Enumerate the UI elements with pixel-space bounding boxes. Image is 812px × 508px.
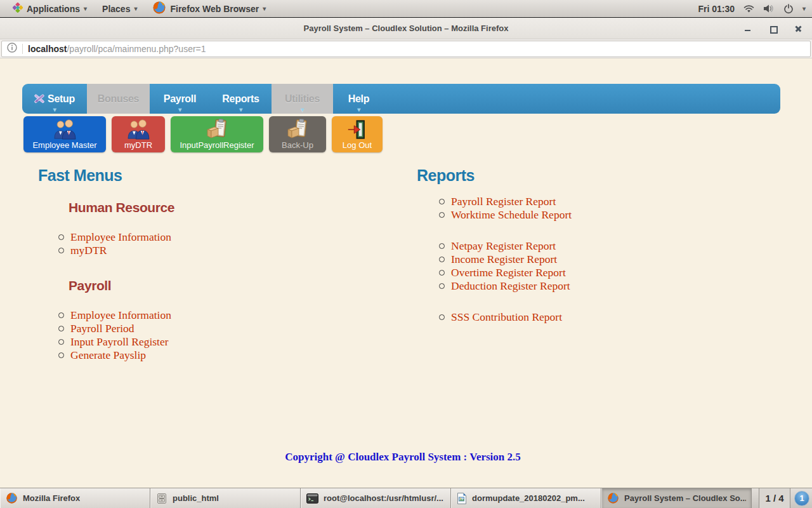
- tools-icon: [34, 94, 44, 104]
- wifi-icon[interactable]: [743, 4, 754, 13]
- minimize-button[interactable]: [743, 24, 752, 33]
- report-link[interactable]: Deduction Register Report: [439, 279, 709, 292]
- tab-label: Utilities: [285, 93, 320, 105]
- url-text[interactable]: localhost/payroll/pca/mainmenu.php?user=…: [28, 44, 206, 54]
- panel-left: Applications ▾ Places ▾ Firefox Web Brow…: [6, 0, 272, 17]
- menu-link[interactable]: Payroll Period: [58, 322, 304, 335]
- workspace-pager[interactable]: 1 / 4: [759, 488, 790, 508]
- tab-label: Help: [348, 93, 369, 105]
- chevron-down-icon: ▾: [301, 107, 304, 113]
- report-link[interactable]: Income Register Report: [439, 253, 709, 265]
- chevron-down-icon: ▾: [178, 107, 181, 113]
- document-icon: [457, 493, 467, 504]
- fast-menus-section-human-resource: Human ResourceEmployee InformationmyDTR: [69, 200, 304, 257]
- back-up-button: Back-Up: [269, 116, 326, 152]
- task-button-label: root@localhost:/usr/htmlusr/...: [324, 493, 443, 503]
- tab-label: Payroll: [164, 93, 196, 105]
- places-menu[interactable]: Places ▾: [96, 0, 143, 17]
- top-panel: Applications ▾ Places ▾ Firefox Web Brow…: [0, 0, 812, 18]
- notification-badge[interactable]: 1: [794, 491, 809, 506]
- task-button-label: public_html: [173, 493, 219, 503]
- task-button-label: Mozilla Firefox: [23, 493, 80, 503]
- menu-link[interactable]: Employee Information: [58, 309, 304, 321]
- report-link[interactable]: Worktime Schedule Report: [439, 208, 709, 221]
- link-list: Employee InformationPayroll PeriodInput …: [58, 309, 304, 361]
- power-icon[interactable]: [783, 4, 794, 14]
- firefox-icon: [607, 492, 619, 504]
- tab-label: Bonuses: [98, 93, 139, 105]
- chevron-down-icon: ▾: [84, 5, 87, 12]
- people-icon: [53, 118, 77, 140]
- url-path: /payroll/pca/mainmenu.php?user=1: [67, 44, 206, 54]
- chevron-down-icon: ▾: [239, 107, 242, 113]
- close-button[interactable]: [794, 24, 803, 33]
- chevron-down-icon: ▾: [134, 5, 137, 12]
- applications-menu[interactable]: Applications ▾: [6, 0, 93, 17]
- url-host: localhost: [28, 44, 67, 54]
- chevron-down-icon: ▾: [263, 5, 266, 12]
- reports-column: Reports Payroll Register ReportWorktime …: [417, 166, 709, 342]
- quick-buttons: Employee MastermyDTRInputPayrollRegister…: [23, 116, 383, 152]
- panel-right: Fri 01:30: [698, 4, 806, 14]
- distro-logo-icon: [13, 3, 23, 15]
- reports-title: Reports: [417, 166, 709, 185]
- menu-link[interactable]: myDTR: [58, 244, 304, 257]
- firefox-icon: [6, 492, 18, 504]
- employee-master-button[interactable]: Employee Master: [23, 116, 106, 152]
- report-link-group: SSS Contribution Report: [439, 311, 709, 323]
- section-title: Payroll: [69, 278, 304, 293]
- tab-reports[interactable]: Reports▾: [210, 84, 272, 114]
- report-link-group: Payroll Register ReportWorktime Schedule…: [439, 195, 709, 221]
- chevron-down-icon[interactable]: ▾: [802, 5, 806, 12]
- window-controls: [743, 18, 803, 39]
- desktop: Applications ▾ Places ▾ Firefox Web Brow…: [0, 0, 812, 508]
- page-content: Setup▾BonusesPayroll▾Reports▾Utilities▾H…: [0, 58, 812, 488]
- firefox-appmenu[interactable]: Firefox Web Browser ▾: [146, 0, 272, 17]
- report-link[interactable]: Payroll Register Report: [439, 195, 709, 208]
- mydtr-button[interactable]: myDTR: [112, 116, 165, 152]
- clipboard-box-icon: [206, 118, 228, 140]
- chevron-down-icon: ▾: [53, 107, 56, 113]
- fast-menus-sections: Human ResourceEmployee InformationmyDTRP…: [38, 200, 304, 361]
- inputpayrollregister-button[interactable]: InputPayrollRegister: [171, 116, 263, 152]
- reports-groups: Payroll Register ReportWorktime Schedule…: [417, 195, 709, 323]
- report-link[interactable]: Overtime Register Report: [439, 266, 709, 279]
- firefox-menu-label: Firefox Web Browser: [170, 4, 259, 14]
- places-label: Places: [102, 4, 130, 14]
- chevron-down-icon: ▾: [357, 107, 360, 113]
- url-bar[interactable]: localhost/payroll/pca/mainmenu.php?user=…: [1, 41, 811, 57]
- task-button-mozilla-firefox[interactable]: Mozilla Firefox: [0, 488, 150, 508]
- file-manager-icon: [156, 493, 167, 504]
- applications-label: Applications: [27, 4, 80, 14]
- report-link[interactable]: Netpay Register Report: [439, 239, 709, 252]
- task-button-root-localhost-usr-htmlusr-[interactable]: root@localhost:/usr/htmlusr/...: [301, 488, 451, 508]
- clock[interactable]: Fri 01:30: [698, 4, 735, 14]
- tab-setup[interactable]: Setup▾: [22, 84, 87, 114]
- terminal-icon: [306, 493, 318, 504]
- clipboard-box-icon: [286, 118, 309, 140]
- tab-help[interactable]: Help▾: [333, 84, 384, 114]
- volume-icon[interactable]: [763, 4, 775, 13]
- menu-link[interactable]: Employee Information: [58, 231, 304, 243]
- browser-toolbar: localhost/payroll/pca/mainmenu.php?user=…: [0, 39, 812, 58]
- quick-button-label: myDTR: [124, 140, 152, 150]
- task-button-payroll-system-cloudlex-so-[interactable]: Payroll System – Cloudlex So...: [601, 488, 752, 508]
- log-out-button[interactable]: Log Out: [332, 116, 383, 152]
- link-list: Employee InformationmyDTR: [58, 231, 304, 257]
- tab-label: Reports: [222, 93, 259, 105]
- urlbar-divider: [22, 44, 23, 54]
- tab-utilities: Utilities▾: [272, 84, 333, 114]
- tab-payroll[interactable]: Payroll▾: [150, 84, 210, 114]
- quick-button-label: Log Out: [343, 140, 372, 150]
- task-button-dormupdate-20180202-pm-[interactable]: dormupdate_20180202_pm...: [451, 488, 601, 508]
- report-link-group: Netpay Register ReportIncome Register Re…: [439, 239, 709, 292]
- task-button-label: Payroll System – Cloudlex So...: [624, 493, 746, 503]
- maximize-button[interactable]: [769, 24, 778, 33]
- menu-link[interactable]: Generate Payslip: [58, 349, 304, 361]
- task-button-public-html[interactable]: public_html: [150, 488, 301, 508]
- copyright-text: Copyright @ Cloudlex Payroll System : Ve…: [0, 451, 806, 464]
- task-button-label: dormupdate_20180202_pm...: [472, 493, 585, 503]
- info-icon[interactable]: [7, 43, 17, 55]
- menu-link[interactable]: Input Payroll Register: [58, 335, 304, 348]
- report-link[interactable]: SSS Contribution Report: [439, 311, 709, 323]
